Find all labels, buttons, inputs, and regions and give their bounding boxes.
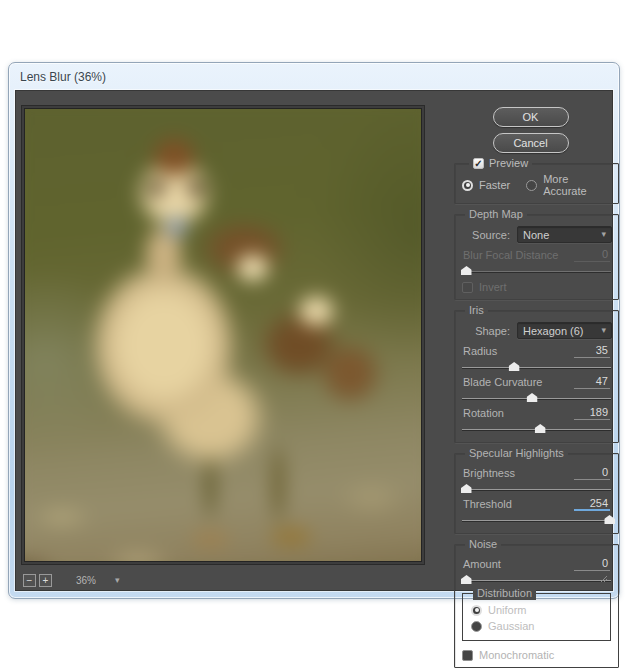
threshold-label: Threshold	[463, 498, 512, 510]
invert-label: Invert	[479, 281, 507, 293]
brightness-label: Brightness	[463, 467, 515, 479]
more-accurate-label: More Accurate	[543, 173, 611, 197]
source-label: Source:	[472, 229, 510, 241]
cancel-button[interactable]: Cancel	[493, 133, 569, 153]
gaussian-radio[interactable]	[471, 621, 482, 632]
check-icon: ✓	[474, 159, 482, 169]
gaussian-option[interactable]: Gaussian	[471, 620, 602, 632]
dialog-content: − + 36% ▾ OK Cancel ✓ Preview	[15, 90, 613, 591]
zoom-level-value: 36%	[65, 575, 107, 586]
preview-image[interactable]	[24, 108, 422, 562]
minus-icon: −	[27, 576, 33, 586]
resize-grip-icon[interactable]	[598, 569, 608, 587]
slider-track[interactable]	[462, 580, 611, 581]
shape-dropdown[interactable]: Hexagon (6) ▾	[517, 322, 612, 339]
dialog-title: Lens Blur (36%)	[20, 70, 106, 84]
zoom-in-button[interactable]: +	[39, 574, 52, 587]
rotation-slider-thumb[interactable]	[535, 424, 546, 433]
monochromatic-checkbox[interactable]	[462, 650, 473, 661]
iris-legend: Iris	[465, 304, 488, 317]
more-accurate-option[interactable]: More Accurate	[526, 173, 611, 197]
shape-label: Shape:	[475, 325, 510, 337]
faster-option[interactable]: Faster	[462, 179, 510, 191]
blur-focal-distance-value: 0	[574, 248, 610, 262]
more-accurate-radio[interactable]	[526, 180, 537, 191]
rotation-value[interactable]: 189	[574, 406, 610, 420]
zoom-bar: − + 36% ▾	[23, 573, 120, 588]
threshold-value[interactable]: 254	[574, 497, 610, 511]
noise-legend: Noise	[465, 538, 501, 551]
amount-slider[interactable]	[462, 573, 611, 584]
rotation-label: Rotation	[463, 407, 504, 419]
threshold-slider-thumb[interactable]	[604, 515, 615, 524]
noise-group: Noise Amount 0 Distribution Uniform	[454, 544, 619, 668]
chevron-down-icon: ▾	[601, 326, 606, 335]
slider-track	[462, 271, 611, 272]
source-value: None	[523, 229, 549, 241]
brightness-slider[interactable]	[462, 482, 611, 493]
uniform-label: Uniform	[488, 604, 527, 616]
invert-checkbox	[462, 282, 473, 293]
blur-focal-distance-label: Blur Focal Distance	[463, 249, 558, 261]
slider-track[interactable]	[462, 520, 611, 521]
blade-curvature-label: Blade Curvature	[463, 376, 543, 388]
blade-curvature-slider[interactable]	[462, 391, 611, 402]
blade-curvature-slider-thumb[interactable]	[527, 393, 538, 402]
faster-radio[interactable]	[462, 180, 473, 191]
faster-label: Faster	[479, 179, 510, 191]
zoom-out-button[interactable]: −	[23, 574, 36, 587]
preview-options-group: ✓ Preview Faster More Accurate	[454, 163, 619, 204]
shape-value: Hexagon (6)	[523, 325, 584, 337]
preview-image-wrap	[24, 108, 422, 562]
chevron-down-icon: ▾	[115, 576, 120, 585]
preview-frame	[21, 105, 425, 565]
radius-value[interactable]: 35	[574, 344, 610, 358]
monochromatic-option[interactable]: Monochromatic	[462, 649, 611, 661]
uniform-option[interactable]: Uniform	[471, 604, 602, 616]
plus-icon: +	[43, 576, 49, 586]
lens-blur-dialog: Lens Blur (36%) − + 36% ▾ OK Cancel	[8, 62, 620, 599]
depth-map-group: Depth Map Source: None ▾ Blur Focal Dist…	[454, 214, 619, 300]
radius-slider-thumb[interactable]	[509, 362, 520, 371]
blur-focal-distance-slider-thumb	[461, 266, 472, 275]
monochromatic-label: Monochromatic	[479, 649, 554, 661]
brightness-slider-thumb[interactable]	[461, 484, 472, 493]
radius-label: Radius	[463, 345, 497, 357]
radius-slider[interactable]	[462, 360, 611, 371]
blade-curvature-value[interactable]: 47	[574, 375, 610, 389]
distribution-legend: Distribution	[473, 587, 536, 600]
gaussian-label: Gaussian	[488, 620, 534, 632]
uniform-radio[interactable]	[471, 605, 482, 616]
blur-focal-distance-slider	[462, 264, 611, 275]
dialog-titlebar[interactable]: Lens Blur (36%)	[9, 63, 619, 90]
amount-slider-thumb[interactable]	[461, 575, 472, 584]
depth-map-legend: Depth Map	[465, 208, 527, 221]
preview-checkbox-label: Preview	[489, 157, 528, 170]
slider-track[interactable]	[462, 489, 611, 490]
slider-track[interactable]	[462, 367, 611, 368]
source-dropdown[interactable]: None ▾	[517, 226, 612, 243]
rotation-slider[interactable]	[462, 422, 611, 433]
settings-panel: OK Cancel ✓ Preview Faster	[440, 107, 621, 668]
threshold-slider[interactable]	[462, 513, 611, 524]
iris-group: Iris Shape: Hexagon (6) ▾ Radius 35	[454, 310, 619, 443]
amount-label: Amount	[463, 558, 501, 570]
zoom-level-dropdown[interactable]: 36% ▾	[65, 575, 120, 586]
chevron-down-icon: ▾	[601, 230, 606, 239]
preview-checkbox[interactable]: ✓	[473, 158, 484, 169]
ok-button[interactable]: OK	[493, 107, 569, 127]
brightness-value[interactable]: 0	[574, 466, 610, 480]
distribution-group: Distribution Uniform Gaussian	[462, 593, 611, 641]
specular-highlights-group: Specular Highlights Brightness 0 Thresho…	[454, 453, 619, 534]
specular-highlights-legend: Specular Highlights	[465, 447, 568, 460]
